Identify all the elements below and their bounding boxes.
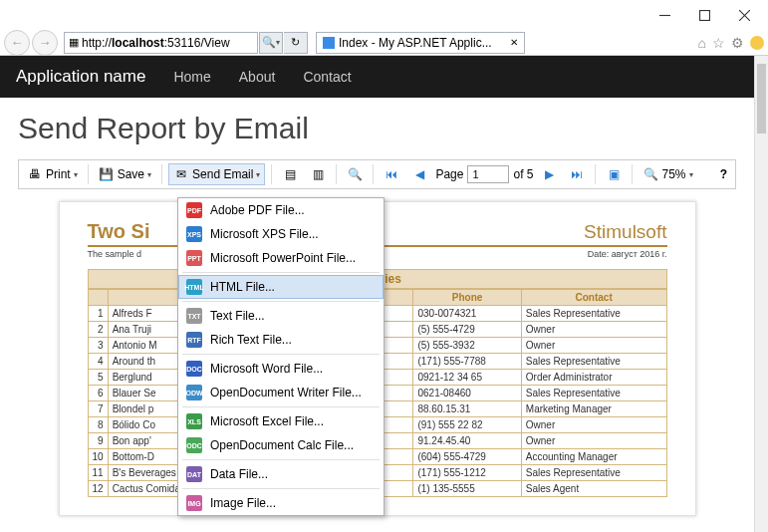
file-type-icon: DOC [186, 361, 202, 377]
parameters-button[interactable]: ▥ [306, 164, 330, 184]
settings-icon[interactable]: ⚙ [731, 35, 744, 51]
file-type-icon: RTF [186, 332, 202, 348]
vertical-scrollbar[interactable] [754, 56, 768, 532]
nav-home[interactable]: Home [173, 69, 210, 85]
back-button[interactable]: ← [4, 30, 30, 56]
tab-close-button[interactable]: ✕ [510, 37, 518, 48]
file-type-icon: ODW [186, 385, 202, 400]
address-bar[interactable]: ▦ http://localhost:53116/View [64, 32, 258, 54]
send-email-button[interactable]: ✉Send Email▾ [168, 163, 265, 185]
menu-item-pdf[interactable]: PDFAdobe PDF File... [178, 198, 384, 222]
next-page-button[interactable]: ▶ [537, 164, 561, 184]
printer-icon: 🖶 [27, 166, 43, 182]
last-page-button[interactable]: ⏭ [565, 164, 589, 184]
url-host: localhost [112, 36, 164, 50]
binoculars-icon: 🔍 [347, 166, 363, 182]
home-icon[interactable]: ⌂ [698, 35, 706, 51]
browser-chrome: ← → ▦ http://localhost:53116/View 🔍▾ ↻ I… [0, 30, 768, 56]
save-icon: 💾 [99, 166, 115, 182]
browser-tab[interactable]: Index - My ASP.NET Applic... ✕ [316, 32, 525, 54]
prev-page-button[interactable]: ◀ [407, 164, 431, 184]
favorite-icon[interactable]: ☆ [712, 35, 725, 51]
app-navbar: Application name Home About Contact [0, 56, 754, 98]
bookmarks-button[interactable]: ▤ [278, 164, 302, 184]
tab-favicon [323, 37, 335, 49]
view-mode-icon: ▣ [606, 166, 622, 182]
last-icon: ⏭ [569, 166, 585, 182]
menu-item-img[interactable]: IMGImage File... [178, 491, 384, 515]
menu-item-label: Data File... [210, 467, 268, 481]
menu-item-dat[interactable]: DATData File... [178, 462, 384, 486]
zoom-button[interactable]: 🔍75%▾ [639, 164, 696, 184]
page-label: Page [435, 167, 463, 181]
refresh-button[interactable]: ↻ [284, 32, 308, 54]
menu-item-xps[interactable]: XPSMicrosoft XPS File... [178, 222, 384, 246]
prev-icon: ◀ [411, 166, 427, 182]
file-type-icon: DAT [186, 466, 202, 482]
save-button[interactable]: 💾Save▾ [95, 164, 155, 184]
nav-contact[interactable]: Contact [303, 69, 351, 85]
search-dropdown[interactable]: 🔍▾ [259, 32, 283, 54]
feedback-icon[interactable] [750, 36, 764, 50]
menu-item-label: Microsoft Word File... [210, 362, 323, 376]
page-icon: ▦ [69, 36, 79, 49]
first-page-button[interactable]: ⏮ [380, 164, 403, 184]
help-button[interactable]: ? [716, 165, 731, 183]
tab-title: Index - My ASP.NET Applic... [339, 36, 492, 50]
menu-item-label: OpenDocument Calc File... [210, 438, 354, 452]
page-title: Send Report by Email [18, 112, 736, 145]
menu-item-html[interactable]: HTMLHTML File... [178, 275, 384, 299]
menu-item-txt[interactable]: TXTText File... [178, 304, 384, 328]
menu-item-rtf[interactable]: RTFRich Text File... [178, 328, 384, 352]
envelope-icon: ✉ [173, 166, 189, 182]
menu-item-label: Adobe PDF File... [210, 203, 305, 217]
menu-item-label: Microsoft XPS File... [210, 227, 319, 241]
forward-button[interactable]: → [32, 30, 58, 56]
next-icon: ▶ [541, 166, 557, 182]
menu-item-label: Image File... [210, 496, 276, 510]
window-close-button[interactable] [724, 3, 764, 27]
page-total: of 5 [513, 167, 533, 181]
window-titlebar [0, 0, 768, 30]
chrome-right-icons: ⌂ ☆ ⚙ [698, 35, 764, 51]
menu-item-label: Microsoft Excel File... [210, 414, 324, 428]
window-minimize-button[interactable] [644, 3, 684, 27]
scrollbar-thumb[interactable] [757, 64, 766, 133]
menu-item-doc[interactable]: DOCMicrosoft Word File... [178, 357, 384, 381]
report-toolbar: 🖶Print▾ 💾Save▾ ✉Send Email▾ ▤ ▥ 🔍 ⏮ ◀ Pa… [18, 159, 736, 189]
menu-item-xls[interactable]: XLSMicrosoft Excel File... [178, 409, 384, 433]
menu-item-label: OpenDocument Writer File... [210, 386, 362, 399]
app-brand[interactable]: Application name [16, 67, 145, 87]
menu-item-odw[interactable]: ODWOpenDocument Writer File... [178, 381, 384, 404]
report-date: Date: август 2016 г. [588, 249, 667, 259]
menu-item-label: Rich Text File... [210, 333, 292, 347]
window-maximize-button[interactable] [684, 3, 724, 27]
file-type-icon: PPT [186, 250, 202, 266]
page-input[interactable] [467, 165, 509, 183]
menu-item-odc[interactable]: ODCOpenDocument Calc File... [178, 433, 384, 457]
menu-item-label: Text File... [210, 309, 265, 323]
svg-rect-1 [699, 10, 709, 20]
report-brand: Stimulsoft [584, 221, 666, 243]
find-button[interactable]: 🔍 [343, 164, 367, 184]
bookmarks-icon: ▤ [282, 166, 298, 182]
first-icon: ⏮ [384, 166, 399, 182]
url-prefix: http:// [82, 36, 112, 50]
file-type-icon: ODC [186, 437, 202, 453]
send-email-menu: PDFAdobe PDF File...XPSMicrosoft XPS Fil… [177, 197, 384, 516]
report-title: Two Si [88, 220, 150, 243]
menu-item-label: HTML File... [210, 280, 275, 294]
file-type-icon: XLS [186, 413, 202, 429]
nav-about[interactable]: About [239, 69, 276, 85]
url-rest: :53116/View [164, 36, 230, 50]
file-type-icon: IMG [186, 495, 202, 511]
print-button[interactable]: 🖶Print▾ [23, 164, 82, 184]
file-type-icon: XPS [186, 226, 202, 242]
parameters-icon: ▥ [310, 166, 326, 182]
file-type-icon: HTML [186, 279, 202, 295]
menu-item-label: Microsoft PowerPoint File... [210, 251, 356, 265]
report-subtitle: The sample d [88, 249, 142, 259]
file-type-icon: PDF [186, 202, 202, 218]
menu-item-ppt[interactable]: PPTMicrosoft PowerPoint File... [178, 246, 384, 270]
view-mode-button[interactable]: ▣ [602, 164, 626, 184]
